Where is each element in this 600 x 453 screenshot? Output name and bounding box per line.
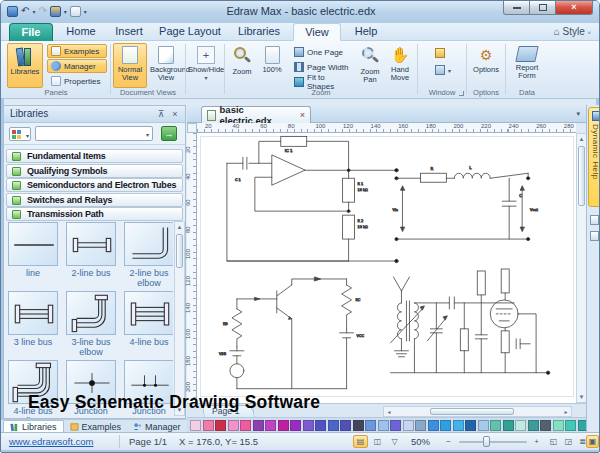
tab-view[interactable]: View: [293, 23, 341, 41]
color-swatch[interactable]: [190, 420, 201, 431]
background-view-button[interactable]: Background View: [149, 43, 183, 88]
color-swatch[interactable]: [365, 420, 376, 431]
color-swatch[interactable]: [428, 420, 439, 431]
tab-home[interactable]: Home: [59, 23, 103, 41]
options-button[interactable]: ⚙ Options: [469, 43, 503, 88]
zoom-in-button[interactable]: +: [529, 435, 544, 448]
tab-insert[interactable]: Insert: [107, 23, 151, 41]
color-swatch[interactable]: [290, 420, 301, 431]
scroll-left-icon[interactable]: ◂: [384, 407, 394, 417]
tab-help[interactable]: Help: [345, 23, 387, 41]
color-swatch[interactable]: [565, 420, 576, 431]
shape-thumb[interactable]: [8, 222, 58, 266]
color-swatch[interactable]: [228, 420, 239, 431]
zoom-slider-thumb[interactable]: [483, 436, 490, 447]
show-hide-button[interactable]: + Show/Hide ▾: [187, 43, 225, 88]
help-doc-icon[interactable]: [590, 215, 599, 225]
color-swatch[interactable]: [528, 420, 539, 431]
zoom-slider-track[interactable]: [459, 441, 527, 443]
arrange-windows-button[interactable]: ▾: [431, 63, 459, 77]
shape-grid-scrollbar[interactable]: ▲ ▼: [174, 221, 185, 416]
color-swatch[interactable]: [328, 420, 339, 431]
manager-button[interactable]: Manager: [47, 59, 107, 73]
normal-view-button[interactable]: Normal View: [113, 43, 147, 88]
document-tab[interactable]: basic electric.edx ×: [201, 106, 311, 123]
color-swatch[interactable]: [253, 420, 264, 431]
canvas-h-scrollbar[interactable]: ◂ ▸: [383, 406, 572, 417]
zoom-pan-button[interactable]: Zoom Pan: [356, 43, 384, 88]
document-close-icon[interactable]: ×: [300, 110, 305, 120]
tab-list-dropdown-icon[interactable]: ▾: [576, 110, 580, 118]
scroll-down-icon[interactable]: ▼: [577, 392, 586, 402]
color-swatch[interactable]: [278, 420, 289, 431]
zoom-out-button[interactable]: −: [441, 435, 456, 448]
split-view-toggle[interactable]: ◫: [370, 435, 385, 448]
color-swatch[interactable]: [340, 420, 351, 431]
title-bar[interactable]: ↶▾ ↷ ▾ ▾ Edraw Max - basic electric.edx …: [1, 1, 600, 23]
zoom-button[interactable]: Zoom: [228, 43, 256, 88]
close-button[interactable]: ×: [556, 1, 593, 15]
tab-file[interactable]: File: [9, 23, 53, 41]
shape-item-line[interactable]: line: [8, 222, 60, 278]
pin-icon[interactable]: ⊼: [155, 108, 167, 120]
library-category-semiconductors[interactable]: Semiconductors and Electron Tubes: [6, 178, 183, 192]
color-swatch[interactable]: [203, 420, 214, 431]
examples-button[interactable]: Examples: [47, 44, 107, 58]
color-swatch[interactable]: [240, 420, 251, 431]
color-swatch[interactable]: [215, 420, 226, 431]
fit-to-shapes-button[interactable]: Fit to Shapes: [290, 75, 354, 89]
color-swatch[interactable]: [353, 420, 364, 431]
shape-item-4-line-bus[interactable]: 4-line bus: [124, 291, 173, 347]
color-swatch[interactable]: [403, 420, 414, 431]
color-swatch[interactable]: [540, 420, 551, 431]
color-swatch[interactable]: [303, 420, 314, 431]
filter-button[interactable]: ▽: [387, 435, 402, 448]
normal-view-toggle[interactable]: ▤: [353, 435, 368, 448]
color-swatch[interactable]: [553, 420, 564, 431]
scroll-up-icon[interactable]: ▲: [577, 134, 586, 144]
library-view-button[interactable]: ▾: [9, 127, 31, 141]
color-swatch[interactable]: [415, 420, 426, 431]
color-swatch[interactable]: [440, 420, 451, 431]
shape-item-3-line-bus[interactable]: 3 line bus: [8, 291, 60, 347]
tab-libraries[interactable]: Libraries: [229, 23, 289, 41]
pan-mode-button[interactable]: ▣: [586, 435, 599, 448]
dynamic-help-tab[interactable]: Dynamic Help: [588, 107, 600, 207]
search-go-button[interactable]: →: [161, 126, 177, 141]
color-swatch[interactable]: [478, 420, 489, 431]
cascade-windows-button[interactable]: [431, 46, 453, 60]
style-menu[interactable]: ⌂ Style ˅: [554, 26, 591, 37]
maximize-button[interactable]: [530, 1, 556, 15]
color-swatch[interactable]: [490, 420, 501, 431]
window-dialog-launcher-icon[interactable]: [459, 91, 464, 96]
shape-item-2-line-bus[interactable]: 2-line bus: [66, 222, 118, 278]
properties-button[interactable]: Properties: [47, 74, 109, 88]
zoom-region-button[interactable]: ◲: [561, 435, 576, 448]
color-swatch[interactable]: [503, 420, 514, 431]
hand-move-button[interactable]: ✋ Hand Move: [386, 43, 414, 88]
color-swatch[interactable]: [390, 420, 401, 431]
drawing-canvas[interactable]: IC 1 C 1 R 1 10 kΩ R 2 10 kΩ R L: [197, 133, 576, 403]
color-swatch[interactable]: [265, 420, 276, 431]
one-page-button[interactable]: One Page: [290, 45, 354, 59]
library-category-qualifying[interactable]: Qualifying Symbols: [6, 164, 183, 178]
shape-thumb[interactable]: [66, 291, 116, 335]
zoom-100-button[interactable]: 100%: [258, 43, 286, 88]
libraries-button[interactable]: Libraries: [7, 43, 43, 88]
scrollbar-thumb[interactable]: [578, 146, 585, 206]
shape-thumb[interactable]: [66, 222, 116, 266]
library-category-switches[interactable]: Switches and Relays: [6, 193, 183, 207]
scroll-up-icon[interactable]: ▲: [175, 222, 184, 232]
report-form-button[interactable]: Report Form: [509, 43, 545, 88]
color-swatch[interactable]: [515, 420, 526, 431]
panel-close-icon[interactable]: ×: [169, 108, 181, 120]
scroll-right-icon[interactable]: ▸: [561, 407, 571, 417]
edrawsoft-link[interactable]: www.edrawsoft.com: [9, 436, 93, 447]
shape-thumb[interactable]: [124, 222, 173, 266]
minimize-button[interactable]: [503, 1, 530, 15]
color-swatch[interactable]: [453, 420, 464, 431]
scrollbar-thumb[interactable]: [430, 408, 514, 415]
tab-page-layout[interactable]: Page Layout: [155, 23, 225, 41]
search-input[interactable]: ▾: [35, 126, 153, 141]
page-width-button[interactable]: Page Width: [290, 60, 354, 74]
